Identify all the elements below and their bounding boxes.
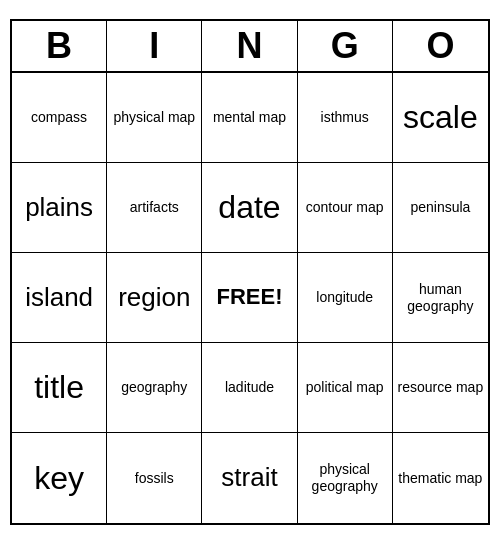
bingo-cell: longitude: [298, 253, 393, 343]
bingo-cell: contour map: [298, 163, 393, 253]
bingo-cell: physical map: [107, 73, 202, 163]
bingo-cell: key: [12, 433, 107, 523]
bingo-cell: mental map: [202, 73, 297, 163]
bingo-card: BINGO compassphysical mapmental mapisthm…: [10, 19, 490, 525]
bingo-cell: laditude: [202, 343, 297, 433]
bingo-cell: title: [12, 343, 107, 433]
bingo-cell: political map: [298, 343, 393, 433]
bingo-header: BINGO: [12, 21, 488, 73]
bingo-cell: region: [107, 253, 202, 343]
bingo-cell: fossils: [107, 433, 202, 523]
bingo-cell: island: [12, 253, 107, 343]
bingo-cell: geography: [107, 343, 202, 433]
bingo-cell: artifacts: [107, 163, 202, 253]
bingo-cell: isthmus: [298, 73, 393, 163]
bingo-cell: human geography: [393, 253, 488, 343]
bingo-cell: date: [202, 163, 297, 253]
header-letter: O: [393, 21, 488, 71]
bingo-cell: scale: [393, 73, 488, 163]
bingo-grid: compassphysical mapmental mapisthmusscal…: [12, 73, 488, 523]
header-letter: B: [12, 21, 107, 71]
bingo-cell: physical geography: [298, 433, 393, 523]
bingo-cell: peninsula: [393, 163, 488, 253]
header-letter: N: [202, 21, 297, 71]
bingo-cell: resource map: [393, 343, 488, 433]
bingo-cell: compass: [12, 73, 107, 163]
bingo-cell: FREE!: [202, 253, 297, 343]
bingo-cell: thematic map: [393, 433, 488, 523]
header-letter: G: [298, 21, 393, 71]
bingo-cell: plains: [12, 163, 107, 253]
bingo-cell: strait: [202, 433, 297, 523]
header-letter: I: [107, 21, 202, 71]
